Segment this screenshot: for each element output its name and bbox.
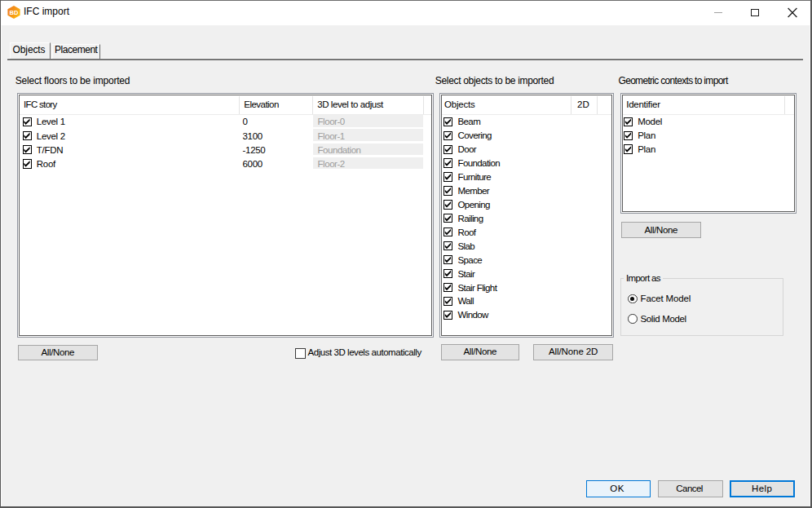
svg-text:BD: BD — [10, 9, 19, 16]
